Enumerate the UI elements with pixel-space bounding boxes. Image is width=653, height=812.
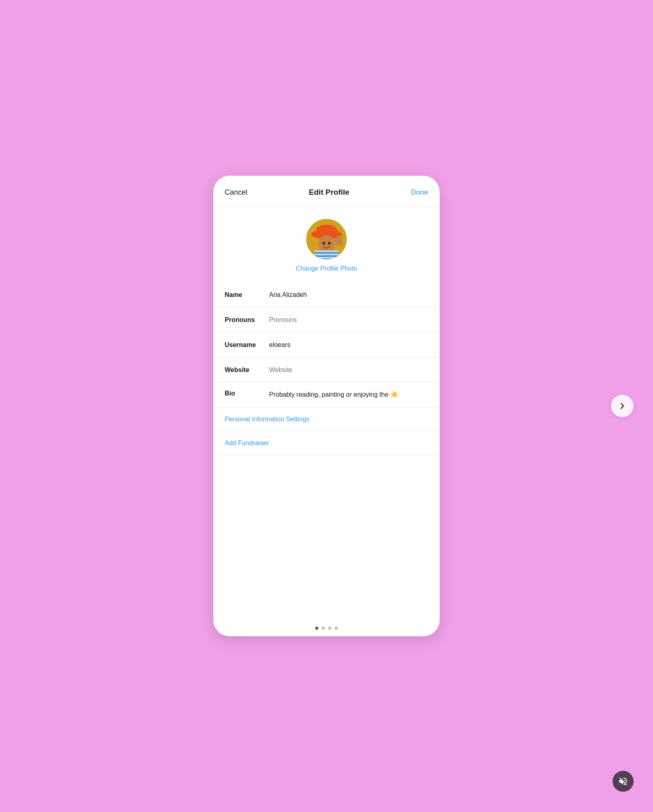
avatar[interactable]	[306, 219, 347, 259]
pronouns-field-row: Pronouns	[213, 307, 440, 332]
svg-rect-5	[314, 250, 339, 252]
profile-photo-section: Change Profile Photo	[213, 207, 440, 282]
personal-information-settings-button[interactable]: Personal Information Settings	[225, 416, 310, 423]
change-profile-photo-button[interactable]: Change Profile Photo	[296, 265, 357, 272]
pronouns-input[interactable]	[269, 316, 428, 324]
add-fundraiser-row: Add Fundraiser	[213, 431, 440, 455]
svg-point-3	[318, 235, 335, 253]
svg-point-8	[322, 242, 325, 245]
svg-rect-7	[314, 257, 339, 259]
pronouns-label: Pronouns	[225, 316, 269, 324]
website-field-row: Website	[213, 358, 440, 383]
chevron-right-icon	[617, 401, 627, 411]
page-title: Edit Profile	[309, 188, 349, 197]
username-label: Username	[225, 341, 269, 349]
pagination-dot-2	[322, 627, 325, 630]
bio-input[interactable]: Probably reading, painting or enjoying t…	[269, 390, 428, 400]
pagination-dot-4	[335, 627, 338, 630]
name-label: Name	[225, 291, 269, 299]
website-input[interactable]	[269, 366, 428, 374]
svg-point-9	[328, 242, 331, 245]
name-field-row: Name	[213, 282, 440, 307]
name-input[interactable]	[269, 291, 428, 299]
pagination-dot-3	[328, 627, 331, 630]
svg-point-2	[316, 225, 337, 236]
add-fundraiser-button[interactable]: Add Fundraiser	[225, 440, 269, 446]
next-arrow-button[interactable]	[611, 395, 634, 417]
bio-label: Bio	[225, 390, 269, 397]
username-field-row: Username	[213, 332, 440, 358]
username-input[interactable]	[269, 341, 428, 349]
svg-rect-6	[314, 254, 339, 255]
pagination-dot-1	[315, 627, 318, 630]
mute-button[interactable]	[613, 771, 634, 792]
cancel-button[interactable]: Cancel	[225, 188, 247, 197]
website-label: Website	[225, 366, 269, 374]
pagination-dots	[213, 617, 440, 636]
header: Cancel Edit Profile Done	[213, 176, 440, 207]
phone-card: Cancel Edit Profile Done	[213, 176, 440, 636]
mute-icon	[618, 776, 628, 787]
bio-field-row: Bio Probably reading, painting or enjoyi…	[213, 383, 440, 408]
form-section: Name Pronouns Username Website Bio Proba…	[213, 282, 440, 408]
done-button[interactable]: Done	[411, 188, 428, 197]
avatar-image	[306, 219, 347, 259]
personal-info-settings-row: Personal Information Settings	[213, 408, 440, 431]
